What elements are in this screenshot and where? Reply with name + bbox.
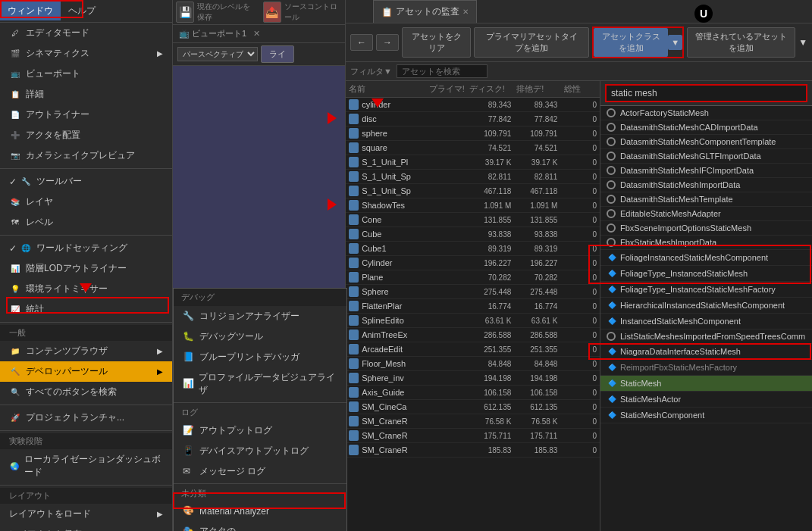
- asset-row-s1unitsp2[interactable]: S_1_Unit_Sp 467.118 467.118 0: [346, 184, 600, 198]
- asset-row-shadowtest[interactable]: ShadowTes 1.091 M 1.091 M 0: [346, 198, 600, 213]
- menu-env-light[interactable]: 💡 環境ライトミキサー: [0, 279, 172, 299]
- menu-toolbar-checked[interactable]: ✓ 🔧 ツールバー: [0, 171, 172, 192]
- menu-window[interactable]: ウィンドウ: [0, 2, 61, 20]
- submenu-blueprint-debugger[interactable]: 📘 ブループリントデバッガ: [174, 347, 346, 367]
- asset-row-flattenplane[interactable]: FlattenPlar 16.774 16.774 0: [346, 299, 600, 314]
- asset-row-sphere-inv[interactable]: Sphere_inv 194.198 194.198 0: [346, 371, 600, 386]
- menu-load-layout[interactable]: レイアウトをロード ▶: [0, 504, 172, 524]
- perspective-select[interactable]: パースペクティブ: [177, 47, 258, 61]
- asset-row-floor-mesh[interactable]: Floor_Mesh 84.848 84.848 0: [346, 357, 600, 371]
- dropdown-item-ds-template[interactable]: DatasmithStaticMeshTemplate: [600, 192, 812, 207]
- dropdown-search-input[interactable]: [611, 88, 801, 98]
- viewport-tab[interactable]: 📺 ビューポート1 ✕: [173, 25, 345, 43]
- dropdown-item-staticmesh[interactable]: 🔷 StaticMesh: [600, 376, 812, 392]
- asset-row-animtree[interactable]: AnimTreeEx 286.588 286.588 0: [346, 328, 600, 342]
- asset-row-sphere2[interactable]: Sphere 275.448 275.448 0: [346, 285, 600, 299]
- dropdown-item-fbx-scene[interactable]: FbxSceneImportOptionsStaticMesh: [600, 221, 812, 236]
- menu-developer-tools[interactable]: 🔨 デベロッパーツール ▶: [0, 361, 172, 382]
- add-class-arrow-btn[interactable]: ▼: [668, 35, 682, 50]
- dropdown-item-staticmesh-actor[interactable]: 🔷 StaticMeshActor: [600, 392, 812, 408]
- add-class-btn[interactable]: アセットクラスを追加: [594, 28, 668, 57]
- asset-row-sphere[interactable]: sphere 109.791 109.791 0: [346, 127, 600, 141]
- menu-project-launcher[interactable]: 🚀 プロジェクトランチャ...: [0, 408, 172, 428]
- dropdown-search-area: [600, 81, 812, 106]
- dropdown-item-hierarchical[interactable]: 🔷 HierarchicalInstancedStaticMeshCompone…: [600, 298, 812, 314]
- submenu-device-output-log[interactable]: 📱 デバイスアウトプットログ: [174, 441, 346, 461]
- asset-row-arcadeedit[interactable]: ArcadeEdit 251.355 251.355 0: [346, 342, 600, 357]
- dropdown-item-ds-ifc[interactable]: DatasmithStaticMeshIFCImportData: [600, 164, 812, 178]
- nav-back-btn[interactable]: ←: [350, 34, 373, 51]
- add-primary-btn[interactable]: プライマリアセットタイプを追加: [474, 27, 589, 58]
- add-managed-btn[interactable]: 管理されているアセットを追加: [687, 27, 795, 58]
- asset-row-cube[interactable]: Cube 93.838 93.838 0: [346, 227, 600, 242]
- asset-tab-close[interactable]: ✕: [462, 8, 469, 16]
- source-control-btn[interactable]: 📤: [263, 2, 281, 23]
- outliner-icon: 📄: [9, 109, 21, 121]
- menu-search-buttons[interactable]: 🔍 すべてのボタンを検索: [0, 382, 172, 402]
- asset-row-cylinder[interactable]: cylinder 89.343 89.343 0: [346, 98, 600, 112]
- clear-assets-btn[interactable]: アセットをクリア: [402, 27, 471, 58]
- asset-row-sm-craner3[interactable]: SM_CraneR 185.83 185.83 0: [346, 443, 600, 458]
- menu-viewport[interactable]: 📺 ビューポート: [0, 64, 172, 84]
- radio-ds-ifc: [607, 166, 616, 175]
- menu-help[interactable]: ヘルプ: [61, 2, 103, 20]
- menu-editor-mode[interactable]: 🖊 エディタモード: [0, 23, 172, 43]
- menu-world-settings-checked[interactable]: ✓ 🌐 ワールドセッティング: [0, 238, 172, 258]
- submenu-output-log[interactable]: 📝 アウトプットログ: [174, 420, 346, 441]
- asset-row-axis-guide[interactable]: Axis_Guide 106.158 106.158 0: [346, 386, 600, 400]
- dropdown-item-ds-import[interactable]: DatasmithStaticMeshImportData: [600, 178, 812, 192]
- menu-layer[interactable]: 📚 レイヤ: [0, 192, 172, 212]
- asset-row-sm-craner1[interactable]: SM_CraneR 76.58 K 76.58 K 0: [346, 414, 600, 429]
- asset-row-splineeditor[interactable]: SplineEdito 63.61 K 63.61 K 0: [346, 314, 600, 328]
- dropdown-item-ds-cad[interactable]: DatasmithStaticMeshCADImportData: [600, 120, 812, 135]
- middle-toolbar: 💾 現在のレベルを保存 📤 ソースコントロール: [173, 0, 345, 25]
- menu-content-browser[interactable]: 📁 コンテンツブラウザ ▶: [0, 341, 172, 361]
- nav-forward-btn[interactable]: →: [376, 34, 399, 51]
- asset-row-square[interactable]: square 74.521 74.521 0: [346, 141, 600, 155]
- dropdown-item-foliage-instanced-component[interactable]: 🔷 FoliageInstancedStaticMeshComponent: [600, 250, 812, 266]
- dropdown-item-foliage-type[interactable]: 🔷 FoliageType_InstancedStaticMesh: [600, 266, 812, 282]
- dropdown-item-ds-component-template[interactable]: DatasmithStaticMeshComponentTemplate: [600, 135, 812, 149]
- dropdown-item-niagara[interactable]: 🔷 NiagaraDataInterfaceStaticMesh: [600, 344, 812, 360]
- dropdown-item-ds-gltf[interactable]: DatasmithStaticMeshGLTFImportData: [600, 149, 812, 164]
- asset-row-cone[interactable]: Cone 131.855 131.855 0: [346, 213, 600, 227]
- dropdown-item-actor-factory[interactable]: ActorFactoryStaticMesh: [600, 106, 812, 120]
- mesh-icon-foliage-type-factory: 🔷: [607, 284, 617, 295]
- dropdown-item-fbx-import[interactable]: FbxStaticMeshImportData: [600, 236, 812, 250]
- asset-row-disc[interactable]: disc 77.842 77.842 0: [346, 112, 600, 127]
- dropdown-item-list-static[interactable]: ListStaticMeshesImportedFromSpeedTreesCo…: [600, 330, 812, 344]
- asset-row-plane[interactable]: Plane 70.282 70.282 0: [346, 270, 600, 285]
- dropdown-item-foliage-type-factory[interactable]: 🔷 FoliageType_InstancedStaticMeshFactory: [600, 282, 812, 298]
- menu-save-layout[interactable]: レイアウトを保存 ▶: [0, 524, 172, 531]
- menu-level[interactable]: 🗺 レベル: [0, 212, 172, 233]
- submenu-profile-visualizer[interactable]: 📊 プロファイルデータビジュアライザ: [174, 367, 346, 401]
- dropdown-item-editable-adapter[interactable]: EditableStaticMeshAdapter: [600, 207, 812, 221]
- menu-place-actor[interactable]: ➕ アクタを配置: [0, 125, 172, 145]
- asset-browser-tab[interactable]: 📋 アセットの監査 ✕: [373, 0, 477, 23]
- asset-row-cube1[interactable]: Cube1 89.319 89.319 0: [346, 242, 600, 256]
- submenu-debug-tools[interactable]: 🐛 デバッグツール: [174, 326, 346, 347]
- lit-btn[interactable]: ライ: [261, 45, 294, 63]
- submenu-actor[interactable]: 🎭 アクタの...: [174, 521, 346, 531]
- menu-details[interactable]: 📋 詳細: [0, 84, 172, 105]
- dropdown-item-instanced[interactable]: 🔷 InstancedStaticMeshComponent: [600, 314, 812, 330]
- asset-row-sm-craner2[interactable]: SM_CraneR 175.711 175.711 0: [346, 429, 600, 443]
- save-btn[interactable]: 💾: [176, 2, 194, 23]
- menu-localization[interactable]: 🌏 ローカライゼーションダッシュボード: [0, 449, 172, 483]
- search-input[interactable]: [397, 64, 488, 78]
- menu-camera-shake[interactable]: 📷 カメラシェイクプレビュア: [0, 145, 172, 166]
- submenu-message-log[interactable]: ✉ メッセージ ログ: [174, 461, 346, 482]
- asset-row-sm-cineca[interactable]: SM_CineCa 612.135 612.135 0: [346, 400, 600, 414]
- asset-row-cylinder2[interactable]: Cylinder 196.227 196.227 0: [346, 256, 600, 270]
- filter-label[interactable]: フィルタ▼: [350, 66, 392, 77]
- menu-lod-outliner[interactable]: 📊 階層LODアウトライナー: [0, 258, 172, 279]
- dropdown-item-reimport[interactable]: 🔷 ReimportFbxStaticMeshFactory: [600, 360, 812, 376]
- asset-row-s1unitpl[interactable]: S_1_Unit_Pl 39.17 K 39.17 K 0: [346, 155, 600, 170]
- menu-cinematics[interactable]: 🎬 シネマティクス ▶: [0, 43, 172, 64]
- submenu-collision-analyzer[interactable]: 🔧 コリジョンアナライザー: [174, 306, 346, 326]
- asset-row-s1unitsp1[interactable]: S_1_Unit_Sp 82.811 82.811 0: [346, 170, 600, 184]
- dropdown-item-staticmesh-component[interactable]: 🔷 StaticMeshComponent: [600, 408, 812, 423]
- menu-outliner[interactable]: 📄 アウトライナー: [0, 105, 172, 125]
- submenu-material-analyzer[interactable]: 🎨 Material Analyzer: [174, 501, 346, 521]
- menu-stats[interactable]: 📈 統計: [0, 299, 172, 320]
